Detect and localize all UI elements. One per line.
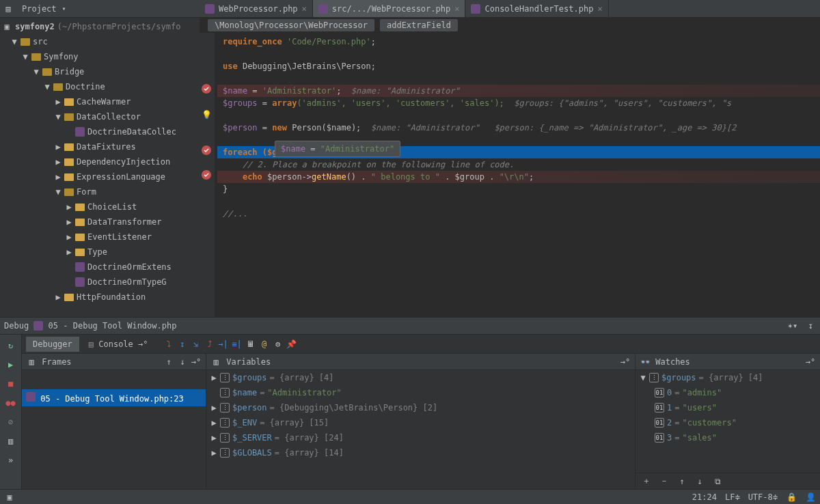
watch-child[interactable]: 013 = "sales" (636, 430, 820, 445)
hide-icon[interactable]: ↧ (805, 320, 816, 331)
resume-button[interactable]: ▶ (4, 358, 18, 372)
tree-item[interactable]: ▶CacheWarmer (0, 94, 200, 109)
editor-tab[interactable]: ConsoleHandlerTest.php × (465, 0, 608, 17)
tree-arrow-icon[interactable]: ▼ (33, 67, 40, 76)
step-out-icon[interactable]: ⤴ (204, 339, 215, 350)
tree-arrow-icon[interactable]: ▶ (55, 292, 62, 302)
line-separator[interactable]: LF≑ (725, 492, 740, 502)
tree-arrow-icon[interactable]: ▼ (11, 37, 18, 46)
tree-arrow-icon[interactable]: ▶ (55, 142, 62, 152)
breadcrumb-ns[interactable]: \Monolog\Processor\WebProcessor (208, 19, 374, 31)
debugger-tab[interactable]: Debugger (26, 337, 79, 352)
editor-tab[interactable]: WebProcessor.php × (200, 0, 313, 17)
force-step-into-icon[interactable]: ⇲ (191, 339, 202, 350)
tree-item[interactable]: ▶EventListener (0, 229, 200, 244)
tree-item[interactable]: ▼DataCollector (0, 109, 200, 124)
more-icon[interactable]: →° (620, 356, 631, 367)
tree-arrow-icon[interactable]: ▶ (66, 247, 72, 257)
tree-arrow-icon[interactable]: ▶ (66, 217, 72, 227)
mute-breakpoints-button[interactable]: ⊘ (4, 415, 18, 429)
settings-icon[interactable]: ⚙ (273, 339, 284, 350)
tree-arrow-icon[interactable]: ▶ (66, 202, 72, 212)
lock-icon[interactable]: 🔒 (786, 492, 797, 503)
tree-arrow-icon[interactable]: ▼ (55, 187, 62, 197)
step-into-icon[interactable]: ↧ (177, 339, 188, 350)
variable-row[interactable]: ▶⋮$person = {Debugging\JetBrains\Person}… (206, 400, 635, 415)
frame-item[interactable]: 05 - Debug Tool Window.php:23 (22, 389, 206, 406)
watch-child[interactable]: 011 = "users" (636, 400, 820, 415)
variable-row[interactable]: ⋮$name = "Administrator" (206, 385, 635, 400)
project-tree[interactable]: ▣ symfony2 (~/PhpstormProjects/symfo ▼sr… (0, 18, 200, 317)
more-icon[interactable]: →° (805, 356, 816, 367)
run-to-cursor-icon[interactable]: →| (218, 339, 229, 350)
close-icon[interactable]: × (302, 4, 307, 14)
tree-arrow-icon[interactable]: ▶ (55, 97, 62, 107)
variable-row[interactable]: ▶⋮$groups = {array} [4] (206, 370, 635, 385)
watch-child[interactable]: 012 = "customers" (636, 415, 820, 430)
variable-row[interactable]: ▶⋮$_ENV = {array} [15] (206, 415, 635, 430)
code-area[interactable]: 💡 require_once 'Code/Person.php'; use De… (200, 33, 820, 317)
breadcrumb[interactable]: \Monolog\Processor\WebProcessor addExtra… (200, 18, 820, 33)
breakpoint-icon[interactable] (202, 145, 211, 155)
stop-button[interactable]: ■ (4, 377, 18, 391)
project-view-selector[interactable]: Project (18, 4, 70, 14)
tree-item[interactable]: ▼Symfony (0, 49, 200, 64)
tree-item[interactable]: ▼src (0, 34, 200, 49)
variable-row[interactable]: ▶⋮$GLOBALS = {array} [14] (206, 445, 635, 460)
caret-position[interactable]: 21:24 (692, 492, 717, 502)
console-tab[interactable]: ▤ Console →° (82, 337, 155, 352)
tree-item[interactable]: ▶ExpressionLanguage (0, 169, 200, 184)
copy-icon[interactable]: ⧉ (712, 476, 723, 487)
tool-windows-icon[interactable]: ▣ (4, 492, 15, 503)
tree-arrow-icon[interactable]: ▼ (55, 112, 62, 122)
more-icon[interactable]: →° (191, 356, 202, 367)
at-icon[interactable]: @ (259, 339, 270, 350)
editor[interactable]: \Monolog\Processor\WebProcessor addExtra… (200, 18, 820, 317)
pin-icon[interactable]: 📌 (286, 339, 297, 350)
watch-item[interactable]: ▼⋮ $groups = {array} [4] (636, 370, 820, 385)
editor-tab[interactable]: src/.../WebProcessor.php × (313, 0, 466, 17)
prev-frame-icon[interactable]: ↑ (163, 356, 174, 367)
tree-item[interactable]: ▶DependencyInjection (0, 154, 200, 169)
breakpoint-icon[interactable] (202, 170, 211, 180)
tree-item[interactable]: DoctrineOrmExtens (0, 260, 200, 275)
view-breakpoints-button[interactable]: ●● (4, 396, 18, 410)
remove-watch-icon[interactable]: － (659, 476, 670, 487)
tree-item[interactable]: ▶DataTransformer (0, 214, 200, 229)
move-up-icon[interactable]: ↑ (676, 476, 687, 487)
next-frame-icon[interactable]: ↓ (177, 356, 188, 367)
inspections-icon[interactable]: 👤 (805, 492, 816, 503)
tree-item[interactable]: ▶Type (0, 244, 200, 260)
rerun-button[interactable]: ↻ (4, 339, 18, 352)
tree-arrow-icon[interactable]: ▶ (66, 232, 72, 242)
close-icon[interactable]: × (454, 4, 459, 14)
gear-icon[interactable]: ✶▾ (787, 320, 798, 331)
tree-item[interactable]: DoctrineDataCollec (0, 124, 200, 139)
tree-arrow-icon[interactable]: ▶ (55, 172, 62, 182)
tree-item[interactable]: DoctrineOrmTypeG (0, 275, 200, 290)
evaluate-icon[interactable]: ≡| (232, 339, 243, 350)
tree-item[interactable]: ▶ChoiceList (0, 199, 200, 214)
more-button[interactable]: » (4, 453, 18, 467)
tree-item[interactable]: ▶HttpFoundation (0, 290, 200, 305)
tree-arrow-icon[interactable]: ▼ (22, 52, 29, 61)
tree-item[interactable]: ▼Bridge (0, 64, 200, 79)
tree-arrow-icon[interactable]: ▼ (44, 82, 51, 92)
watch-child[interactable]: 010 = "admins" (636, 385, 820, 400)
layout-button[interactable]: ▥ (4, 434, 18, 448)
tree-item[interactable]: ▶DataFixtures (0, 139, 200, 154)
variable-row[interactable]: ▶⋮$_SERVER = {array} [24] (206, 430, 635, 445)
close-icon[interactable]: × (597, 4, 602, 14)
step-over-icon[interactable]: ⤵ (163, 339, 174, 350)
debug-window-header[interactable]: Debug 05 - Debug Tool Window.php ✶▾ ↧ (0, 317, 820, 335)
encoding[interactable]: UTF-8≑ (748, 492, 778, 502)
breadcrumb-fn[interactable]: addExtraField (380, 19, 458, 31)
add-watch-icon[interactable]: ＋ (641, 476, 652, 487)
tree-arrow-icon[interactable]: ▶ (55, 157, 62, 167)
breakpoint-icon[interactable] (202, 84, 211, 94)
tree-root[interactable]: ▣ symfony2 (~/PhpstormProjects/symfo (0, 19, 200, 34)
calculator-icon[interactable]: 🖩 (245, 339, 256, 350)
move-down-icon[interactable]: ↓ (694, 476, 705, 487)
tree-item[interactable]: ▼Form (0, 184, 200, 199)
intention-bulb-icon[interactable]: 💡 (202, 109, 211, 118)
